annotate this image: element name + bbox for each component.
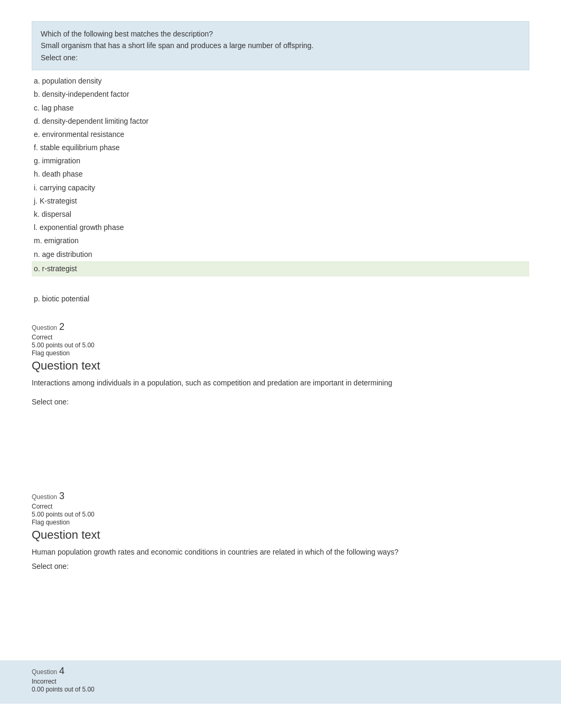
q3-status: Correct [32,503,529,510]
q1-prompt-line3: Select one: [41,52,520,63]
q1-option-g[interactable]: g. immigration [32,154,529,168]
q2-select-one: Select one: [32,398,529,406]
q1-option-l[interactable]: l. exponential growth phase [32,221,529,234]
q1-option-o[interactable]: o. r-strategist [32,261,529,277]
q3-body: Human population growth rates and econom… [32,546,428,558]
q2-label: Question [32,324,57,331]
q3-section: Question 3 Correct 5.00 points out of 5.… [0,485,561,660]
q1-option-b[interactable]: b. density-independent factor [32,88,529,101]
q1-option-c[interactable]: c. lag phase [32,102,529,115]
q2-status: Correct [32,334,529,341]
q2-flag[interactable]: Flag question [32,349,529,357]
page-container: Which of the following best matches the … [0,0,561,728]
q4-number: 4 [59,666,64,677]
q2-section: Question 2 Correct 5.00 points out of 5.… [0,316,561,485]
q1-options: a. population density b. density-indepen… [32,72,529,279]
q3-label: Question [32,493,57,501]
q1-option-i[interactable]: i. carrying capacity [32,181,529,195]
q2-number: 2 [59,321,64,333]
q2-points: 5.00 points out of 5.00 [32,342,529,349]
q1-option-d[interactable]: d. density-dependent limiting factor [32,115,529,128]
q3-points: 5.00 points out of 5.00 [32,511,529,518]
q3-meta-header: Question 3 [32,491,529,502]
q1-option-h[interactable]: h. death phase [32,168,529,181]
q2-body: Interactions among individuals in a popu… [32,377,428,389]
q4-label: Question [32,668,57,676]
q1-option-a[interactable]: a. population density [32,75,529,88]
q2-meta-header: Question 2 [32,321,529,333]
q1-prompt-line2: Small organism that has a short life spa… [41,40,520,51]
q3-number: 3 [59,491,64,502]
q3-heading: Question text [32,528,529,542]
q1-option-e[interactable]: e. environmental resistance [32,128,529,141]
q1-option-k[interactable]: k. dispersal [32,208,529,221]
q1-prompt-line1: Which of the following best matches the … [41,28,520,40]
q2-heading: Question text [32,359,529,373]
q4-status: Incorrect [32,678,529,685]
q3-flag[interactable]: Flag question [32,519,529,526]
q1-option-f[interactable]: f. stable equilibrium phase [32,141,529,154]
q4-meta-header: Question 4 [32,666,529,677]
q1-container: Which of the following best matches the … [32,21,529,306]
q1-option-n[interactable]: n. age distribution [32,248,529,261]
q4-points: 0.00 points out of 5.00 [32,686,529,693]
q4-section: Question 4 Incorrect 0.00 points out of … [0,660,561,704]
q1-option-j[interactable]: j. K-strategist [32,195,529,208]
q1-option-m[interactable]: m. emigration [32,234,529,247]
q3-select-one: Select one: [32,562,529,570]
q1-prompt-box: Which of the following best matches the … [32,21,529,70]
q1-option-p[interactable]: p. biotic potential [32,292,529,306]
